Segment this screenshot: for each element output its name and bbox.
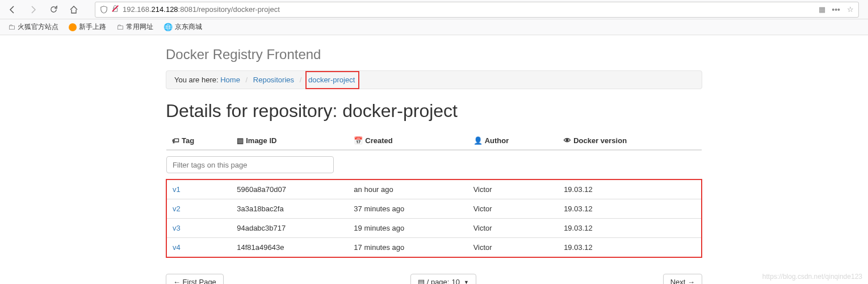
table-row: v15960a8a70d07an hour agoVictor19.03.12 [166,179,702,199]
breadcrumb-separator: / [242,76,251,84]
next-page-button[interactable]: Next → [663,274,702,284]
per-page-dropdown[interactable]: ▤ / page: 10 ▼ [410,274,476,284]
breadcrumb-separator: / [296,76,305,84]
reload-button[interactable] [45,2,61,18]
more-icon[interactable]: ••• [832,5,840,14]
table-row: v394adabc3b71719 minutes agoVictor19.03.… [166,219,702,238]
user-icon: 👤 [473,136,483,145]
col-docker-version: 👁Docker version [558,132,702,150]
watermark: https://blog.csdn.net/qinqinde123 [762,273,862,281]
tag-link[interactable]: v2 [166,199,231,219]
cell-author: Victor [468,199,559,219]
bookmarks-bar: 🗀火狐官方站点 新手上路 🗀常用网址 🌐京东商城 [0,19,868,35]
tag-link[interactable]: v3 [166,219,231,238]
tag-icon: 🏷 [172,136,179,145]
filter-input[interactable] [166,156,334,173]
cell-created: 17 minutes ago [348,238,467,258]
bookmark-item[interactable]: 🌐京东商城 [160,21,206,33]
col-created: 📅Created [348,132,467,150]
firefox-icon [69,23,77,31]
cell-image-id: 94adabc3b717 [231,219,348,238]
bookmark-star-icon[interactable]: ☆ [847,5,854,14]
app-title: Docker Registry Frontend [166,47,702,62]
folder-icon: 🗀 [116,23,124,31]
cell-docker-version: 19.03.12 [558,219,702,238]
cell-created: 37 minutes ago [348,199,467,219]
breadcrumb-home[interactable]: Home [220,76,240,84]
cell-image-id: 14f81a49643e [231,238,348,258]
tag-link[interactable]: v1 [166,179,231,199]
bookmark-item[interactable]: 🗀常用网址 [113,21,157,33]
cell-image-id: 5960a8a70d07 [231,179,348,199]
page-icon: ▤ [418,278,425,284]
breadcrumb-repositories[interactable]: Repositories [253,76,294,84]
cell-author: Victor [468,238,559,258]
bookmark-item[interactable]: 🗀火狐官方站点 [5,21,62,33]
col-image-id: ▥Image ID [231,132,348,150]
col-tag: 🏷Tag [166,132,231,150]
url-bar[interactable]: 192.168.214.128:8081/repository/docker-p… [95,2,859,18]
url-text: 192.168.214.128:8081/repository/docker-p… [123,5,815,14]
shield-icon [100,6,108,14]
cell-author: Victor [468,179,559,199]
table-row: v23a3a18bac2fa37 minutes agoVictor19.03.… [166,199,702,219]
table-row: v414f81a49643e17 minutes agoVictor19.03.… [166,238,702,258]
home-button[interactable] [66,2,82,18]
cell-created: 19 minutes ago [348,219,467,238]
cell-docker-version: 19.03.12 [558,199,702,219]
tag-link[interactable]: v4 [166,238,231,258]
qr-icon[interactable]: ▦ [819,5,825,14]
calendar-icon: 📅 [354,136,363,145]
breadcrumb-label: You are here: [174,76,219,84]
first-page-button[interactable]: ← First Page [166,274,224,284]
back-button[interactable] [5,2,20,18]
forward-button[interactable] [25,2,41,18]
cell-image-id: 3a3a18bac2fa [231,199,348,219]
globe-icon: 🌐 [163,23,173,31]
cell-docker-version: 19.03.12 [558,179,702,199]
page-title: Details for repository: docker-project [166,101,702,122]
breadcrumb-current: docker-project [305,71,359,89]
barcode-icon: ▥ [237,136,244,145]
insecure-icon [111,5,119,14]
eye-icon: 👁 [564,136,571,145]
col-author: 👤Author [468,132,559,150]
folder-icon: 🗀 [8,23,15,31]
chevron-down-icon: ▼ [464,279,469,285]
cell-author: Victor [468,219,559,238]
cell-created: an hour ago [348,179,467,199]
bookmark-item[interactable]: 新手上路 [65,21,110,33]
tags-table: 🏷Tag ▥Image ID 📅Created 👤Author 👁Docker … [166,132,702,258]
breadcrumb: You are here: Home / Repositories / dock… [166,70,702,89]
cell-docker-version: 19.03.12 [558,238,702,258]
